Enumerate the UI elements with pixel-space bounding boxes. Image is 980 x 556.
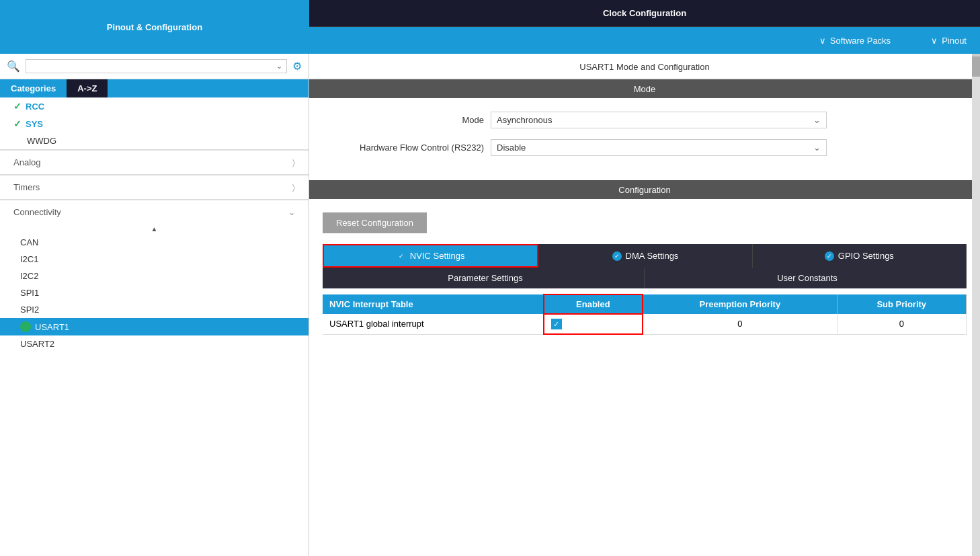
spi1-label: SPI1 xyxy=(20,288,39,298)
config-section-header: Configuration xyxy=(309,180,980,199)
timers-chevron-icon: 〉 xyxy=(292,183,295,192)
config-section: Reset Configuration NVIC Settings DMA Se… xyxy=(309,199,980,348)
sidebar-item-spi1[interactable]: SPI1 xyxy=(0,284,309,301)
pinout-label: Pinout & Configuration xyxy=(107,22,202,32)
mode-section-header: Mode xyxy=(309,79,980,98)
categories-tab-label: Categories xyxy=(11,83,56,93)
group-analog[interactable]: Analog 〉 xyxy=(0,150,309,174)
rcc-label: RCC xyxy=(26,102,44,112)
hw-flow-chevron-icon: ⌄ xyxy=(813,143,821,153)
nvic-table-header-row: NVIC Interrupt Table Enabled Preemption … xyxy=(323,294,967,314)
mode-select[interactable]: Asynchronous ⌄ xyxy=(491,112,827,128)
col-sub-priority: Sub Priority xyxy=(837,294,966,314)
gpio-tab-label: GPIO Settings xyxy=(838,251,894,261)
connectivity-chevron-icon: ⌄ xyxy=(288,208,295,217)
hw-flow-select[interactable]: Disable ⌄ xyxy=(491,139,827,156)
config-tabs-row2: Parameter Settings User Constants xyxy=(323,268,967,288)
group-timers[interactable]: Timers 〉 xyxy=(0,175,309,199)
sidebar-item-wwdg[interactable]: WWDG xyxy=(0,132,309,149)
sidebar-search-bar: 🔍 ⌄ ⚙ xyxy=(0,54,309,79)
sidebar-item-i2c1[interactable]: I2C1 xyxy=(0,251,309,268)
right-scrollbar[interactable]: ▲ xyxy=(972,54,980,556)
dma-tab-dot xyxy=(612,251,622,261)
pinout-submenu[interactable]: ∨ Pinout xyxy=(931,36,967,46)
pinout-configuration-header[interactable]: Pinout & Configuration xyxy=(0,0,309,54)
sidebar-tabs: Categories A->Z xyxy=(0,79,309,97)
software-packs-menu[interactable]: ∨ Software Packs xyxy=(819,36,891,46)
clock-label: Clock Configuration xyxy=(603,8,686,18)
table-row: USART1 global interrupt 0 0 xyxy=(323,314,967,334)
mode-select-value: Asynchronous xyxy=(497,115,552,125)
col-enabled: Enabled xyxy=(544,294,643,314)
software-packs-label: Software Packs xyxy=(830,36,891,46)
reset-btn-label: Reset Configuration xyxy=(336,218,413,228)
i2c2-label: I2C2 xyxy=(20,271,38,281)
group-connectivity[interactable]: Connectivity ⌄ xyxy=(0,200,309,224)
reset-configuration-button[interactable]: Reset Configuration xyxy=(323,212,427,233)
analog-group-label: Analog xyxy=(13,157,40,167)
user-tab-label: User Constants xyxy=(777,273,838,283)
az-tab-label: A->Z xyxy=(77,83,97,93)
check-icon-sys: ✓ xyxy=(13,118,22,129)
tab-dma-settings[interactable]: DMA Settings xyxy=(538,244,752,268)
sidebar-item-spi2[interactable]: SPI2 xyxy=(0,301,309,318)
tab-categories[interactable]: Categories xyxy=(0,79,67,97)
param-tab-label: Parameter Settings xyxy=(448,273,522,283)
enabled-cell xyxy=(544,314,643,334)
clock-configuration-header[interactable]: Clock Configuration xyxy=(309,0,980,27)
sidebar-item-rcc[interactable]: ✓ RCC xyxy=(0,97,309,115)
tab-user-constants[interactable]: User Constants xyxy=(645,268,967,288)
dma-tab-label: DMA Settings xyxy=(626,251,679,261)
sidebar-item-usart2[interactable]: USART2 xyxy=(0,335,309,352)
search-input[interactable] xyxy=(30,61,276,71)
nvic-tab-label: NVIC Settings xyxy=(410,251,465,261)
mode-row: Mode Asynchronous ⌄ xyxy=(336,112,953,128)
sys-label: SYS xyxy=(26,119,43,129)
sidebar-item-usart1[interactable]: USART1 xyxy=(0,318,309,335)
can-label: CAN xyxy=(20,237,38,247)
tab-nvic-settings[interactable]: NVIC Settings xyxy=(323,244,538,268)
panel-title: USART1 Mode and Configuration xyxy=(309,54,980,79)
i2c1-label: I2C1 xyxy=(20,254,38,264)
usart1-label: USART1 xyxy=(35,322,69,332)
timers-group-label: Timers xyxy=(13,182,40,192)
enabled-checkbox[interactable] xyxy=(551,319,562,329)
preemption-value: 0 xyxy=(643,314,837,334)
col-interrupt-table: NVIC Interrupt Table xyxy=(323,294,544,314)
header-right: Clock Configuration ∨ Software Packs ∨ P… xyxy=(309,0,980,54)
interrupt-name: USART1 global interrupt xyxy=(323,314,544,334)
config-header-text: Configuration xyxy=(618,185,670,195)
scroll-up-indicator: ▲ xyxy=(0,224,309,234)
col-preemption: Preemption Priority xyxy=(643,294,837,314)
mode-label: Mode xyxy=(336,115,484,125)
tab-az[interactable]: A->Z xyxy=(67,79,108,97)
top-header: Pinout & Configuration Clock Configurati… xyxy=(0,0,980,54)
header-submenu: ∨ Software Packs ∨ Pinout xyxy=(309,27,980,54)
sidebar-item-can[interactable]: CAN xyxy=(0,234,309,251)
hw-flow-value: Disable xyxy=(497,143,526,153)
right-panel: USART1 Mode and Configuration Mode Mode … xyxy=(309,54,980,556)
scrollbar-thumb[interactable] xyxy=(972,56,980,77)
check-icon-rcc: ✓ xyxy=(13,101,22,112)
mode-select-chevron-icon: ⌄ xyxy=(813,115,821,125)
tab-gpio-settings[interactable]: GPIO Settings xyxy=(753,244,967,268)
gpio-tab-dot xyxy=(825,251,834,261)
mode-header-text: Mode xyxy=(634,84,656,94)
chevron-down-icon: ∨ xyxy=(819,36,826,46)
checked-items-section: ✓ RCC ✓ SYS WWDG xyxy=(0,97,309,150)
pinout-submenu-label: Pinout xyxy=(942,36,967,46)
hw-flow-label: Hardware Flow Control (RS232) xyxy=(336,143,484,153)
sidebar-item-sys[interactable]: ✓ SYS xyxy=(0,115,309,132)
connectivity-group-label: Connectivity xyxy=(13,207,61,217)
gear-icon[interactable]: ⚙ xyxy=(292,60,302,73)
tab-parameter-settings[interactable]: Parameter Settings xyxy=(323,268,645,288)
sidebar: 🔍 ⌄ ⚙ Categories A->Z ✓ RCC xyxy=(0,54,309,556)
chevron-down-icon-2: ∨ xyxy=(931,36,938,46)
sidebar-item-i2c2[interactable]: I2C2 xyxy=(0,268,309,284)
search-chevron-icon: ⌄ xyxy=(276,62,282,71)
analog-chevron-icon: 〉 xyxy=(292,158,295,167)
spi2-label: SPI2 xyxy=(20,305,39,315)
nvic-table: NVIC Interrupt Table Enabled Preemption … xyxy=(323,294,967,335)
search-input-wrap[interactable]: ⌄ xyxy=(26,59,287,73)
mode-section: Mode Asynchronous ⌄ Hardware Flow Contro… xyxy=(309,98,980,180)
